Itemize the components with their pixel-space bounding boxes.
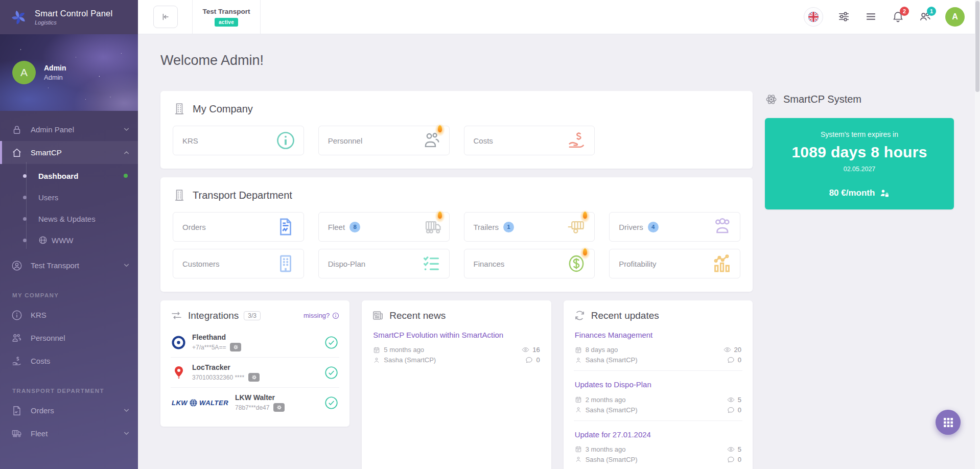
sidebar-user-panel: A Admin Admin: [0, 34, 138, 111]
meta-right: 5 0: [727, 396, 741, 414]
update-item-meta: 2 months ago Sasha (SmartCP): [575, 396, 741, 414]
info-icon: [11, 310, 22, 321]
avatar[interactable]: A: [945, 7, 965, 27]
comments-count: 0: [536, 356, 540, 364]
chevron-down-icon: [123, 126, 130, 133]
views-count: 20: [734, 346, 741, 354]
news-item-author: Sasha (SmartCP): [373, 356, 436, 364]
news-item-date: 5 months ago: [373, 346, 436, 354]
sidebar-collapse-button[interactable]: [153, 6, 178, 28]
sidebar-item-users[interactable]: Users: [0, 186, 138, 208]
update-item-title[interactable]: Updates to Dispo-Plan: [575, 380, 651, 390]
menu-button[interactable]: [864, 10, 877, 24]
sidebar-item-label: Admin Panel: [31, 125, 74, 134]
check-circle-icon: [324, 396, 338, 410]
card-profitability[interactable]: Profitability: [609, 249, 740, 278]
card-krs[interactable]: KRS: [173, 126, 304, 155]
gear-icon: [276, 405, 282, 410]
transport-department-header: Transport Department: [173, 189, 740, 202]
drivers-count-badge: 4: [648, 222, 659, 232]
comment-icon: [727, 456, 735, 463]
card-trailers[interactable]: Trailers 1: [464, 212, 595, 242]
sidebar-user-text: Admin Admin: [44, 64, 66, 81]
sidebar-item-costs[interactable]: Costs: [0, 349, 138, 372]
news-item-meta: 5 months ago Sasha (SmartCP): [373, 346, 540, 364]
date-text: 5 months ago: [384, 346, 424, 354]
card-fleet[interactable]: Fleet 8: [318, 212, 450, 242]
settings-sliders-button[interactable]: [837, 10, 850, 24]
person-circle-icon: [11, 260, 22, 271]
scrollbar-thumb[interactable]: [975, 1, 979, 92]
sidebar-item-orders[interactable]: Orders: [0, 399, 138, 422]
integration-row-loctracker[interactable]: LocTracker 370100332360 ****: [171, 357, 339, 387]
card-label: Dispo-Plan: [328, 260, 365, 268]
meta-right: 20 0: [724, 346, 741, 364]
card-drivers[interactable]: Drivers 4: [609, 212, 740, 242]
sidebar-item-test-transport[interactable]: Test Transport: [0, 254, 138, 277]
integration-settings-button[interactable]: [273, 403, 285, 412]
integration-row-lkw-walter[interactable]: LKW WALTER LKW Walter 78b7***de47: [171, 387, 339, 417]
brand: Smart Control Panel Logistics: [0, 0, 138, 34]
sidebar-item-dashboard[interactable]: Dashboard: [0, 165, 138, 186]
integration-row-fleethand[interactable]: Fleethand +7/a***5A==: [171, 327, 339, 357]
language-button[interactable]: [804, 7, 823, 27]
news-item: SmartCP Evolution within SmartAction 5 m…: [372, 321, 541, 370]
card-label: Orders: [182, 223, 206, 231]
my-company-section: My Company KRS Personnel: [160, 91, 753, 169]
apps-grid-fab-button[interactable]: [936, 410, 961, 435]
sidebar-item-label: SmartCP: [31, 148, 62, 157]
refresh-icon: [574, 310, 586, 321]
sidebar-item-www[interactable]: WWW: [0, 229, 138, 251]
card-personnel[interactable]: Personnel: [318, 126, 450, 155]
countdown-value: 1089 days 8 hours: [775, 144, 944, 161]
card-finances[interactable]: Finances: [464, 249, 595, 278]
card-label: Trailers: [474, 223, 499, 231]
brand-text: Smart Control Panel Logistics: [35, 9, 112, 26]
sidebar-item-admin-panel[interactable]: Admin Panel: [0, 118, 138, 141]
check-circle-icon: [324, 336, 338, 349]
card-orders[interactable]: Orders: [173, 212, 304, 242]
update-item-title[interactable]: Update for 27.01.2024: [575, 430, 651, 440]
card-label: Personnel: [328, 136, 363, 145]
page-title: Welcome Admin!: [160, 53, 980, 68]
sidebar-item-smartcp[interactable]: SmartCP: [0, 141, 138, 164]
section-title: My Company: [193, 103, 253, 115]
missing-label: missing?: [304, 312, 330, 319]
sidebar-item-krs[interactable]: KRS: [0, 303, 138, 326]
update-item-title[interactable]: Finances Management: [575, 330, 653, 340]
sidebar: Smart Control Panel Logistics A Admin Ad…: [0, 0, 138, 469]
money-hand-icon: [566, 130, 587, 151]
news-item-title[interactable]: SmartCP Evolution within SmartAction: [373, 330, 503, 340]
app-subtitle: Logistics: [35, 19, 112, 26]
card-dispo-plan[interactable]: Dispo-Plan: [318, 249, 450, 278]
sidebar-item-news-updates[interactable]: News & Updates: [0, 208, 138, 229]
sidebar-section-transport: TRANSPORT DEPARTMENT: [12, 388, 138, 394]
integration-settings-button[interactable]: [230, 343, 241, 351]
gear-icon: [233, 344, 239, 350]
bullet-dot: [23, 217, 27, 221]
person-icon: [575, 406, 582, 413]
update-item-comments: 0: [727, 406, 741, 414]
update-item-author: Sasha (SmartCP): [575, 356, 638, 364]
sidebar-item-personnel[interactable]: Personnel: [0, 326, 138, 349]
lkw-logo-text-right: WALTER: [199, 399, 228, 407]
card-customers[interactable]: Customers: [173, 249, 304, 278]
tab-test-transport[interactable]: Test Transport active: [192, 0, 261, 34]
missing-link[interactable]: missing?: [304, 312, 339, 319]
update-item: Finances Management 8 days ago: [574, 321, 742, 371]
price-row: 80 €/month: [775, 188, 944, 198]
page-scrollbar[interactable]: [975, 0, 980, 469]
card-costs[interactable]: Costs: [464, 126, 595, 155]
document-icon: [11, 405, 22, 416]
update-item-date: 2 months ago: [575, 396, 638, 404]
update-item-comments: 0: [727, 456, 741, 463]
sidebar-user-role: Admin: [44, 74, 66, 81]
notifications-button[interactable]: 2: [891, 10, 904, 24]
section-title: Transport Department: [193, 190, 292, 201]
sidebar-menu: Admin Panel SmartCP Dashboard Users: [0, 111, 138, 445]
sidebar-item-fleet[interactable]: Fleet: [0, 422, 138, 445]
meta-right: 5 0: [727, 445, 741, 463]
online-users-button[interactable]: 1: [918, 10, 931, 24]
integration-settings-button[interactable]: [248, 373, 260, 382]
price-value: 80 €/month: [829, 188, 875, 198]
